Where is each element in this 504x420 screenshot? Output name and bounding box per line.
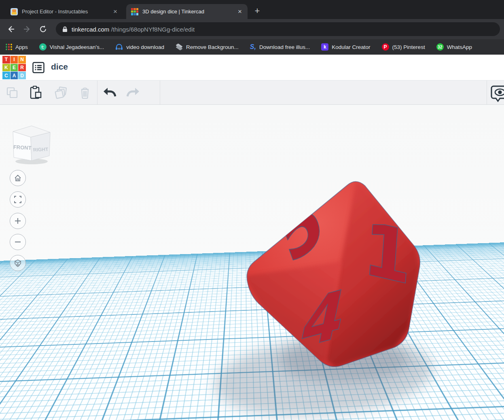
instructables-robot-icon xyxy=(11,8,18,15)
url-path: /things/68opNYf8NGg-dice/edit xyxy=(111,26,195,33)
zoom-in-button[interactable] xyxy=(10,213,26,229)
dice-number-one: 1 xyxy=(360,206,414,301)
comment-eye-icon[interactable] xyxy=(490,85,504,102)
view-cube-front-label: FRONT xyxy=(13,144,32,151)
bookmark-download-illus[interactable]: S, Download free illus... xyxy=(250,43,310,51)
bookmark-label: Download free illus... xyxy=(259,44,310,50)
layers-icon xyxy=(176,44,183,50)
toolbar-divider xyxy=(97,81,97,105)
close-icon[interactable]: × xyxy=(112,8,118,15)
bookmark-label: (53) Pinterest xyxy=(392,44,425,50)
editor-toolbar xyxy=(0,81,504,105)
swirl-s-icon: S, xyxy=(250,43,256,51)
bookmark-label: Remove Backgroun... xyxy=(186,44,239,50)
bookmark-label: video download xyxy=(126,44,164,50)
tab-tinkercad-dice[interactable]: 3D design dice | Tinkercad × xyxy=(126,4,248,19)
bookmark-kodular[interactable]: k Kodular Creator xyxy=(321,43,370,51)
home-view-button[interactable] xyxy=(10,170,26,186)
browser-tab-strip: Project Editor - Instructables × 3D desi… xyxy=(0,0,504,19)
pinterest-icon: P xyxy=(382,43,389,51)
apps-grid-icon xyxy=(6,44,12,50)
tab-title: 3D design dice | Tinkercad xyxy=(142,8,233,15)
copy-button[interactable] xyxy=(5,85,19,100)
bookmark-apps[interactable]: Apps xyxy=(6,44,28,50)
paste-button[interactable] xyxy=(28,85,43,100)
whatsapp-badge-icon: 32 xyxy=(436,43,444,51)
close-icon[interactable]: × xyxy=(237,8,243,15)
toolbar-divider xyxy=(160,81,160,105)
new-tab-button[interactable]: + xyxy=(252,6,263,17)
forward-icon[interactable] xyxy=(20,22,34,36)
headphones-icon xyxy=(115,44,123,50)
bookmark-label: WhatsApp xyxy=(447,44,472,50)
bookmark-label: Kodular Creator xyxy=(332,44,370,50)
bookmark-pinterest[interactable]: P (53) Pinterest xyxy=(382,43,425,51)
tab-title: Project Editor - Instructables xyxy=(22,8,108,15)
browser-address-bar-row: tinkercad.com/things/68opNYf8NGg-dice/ed… xyxy=(0,19,504,39)
perspective-toggle-button[interactable] xyxy=(10,255,26,271)
kodular-k-icon: k xyxy=(321,43,328,51)
bookmark-vishal[interactable]: t: Vishal Jegadeesan's... xyxy=(39,43,104,51)
teachable-circle-icon: t: xyxy=(39,43,47,51)
tinkercad-logo[interactable]: TIN KER CAD xyxy=(2,56,26,79)
bookmark-whatsapp[interactable]: 32 WhatsApp xyxy=(436,43,472,51)
bookmarks-bar: Apps t: Vishal Jegadeesan's... video dow… xyxy=(0,39,504,55)
bookmark-label: Vishal Jegadeesan's... xyxy=(50,44,104,50)
bookmark-label: Apps xyxy=(15,44,28,50)
view-cube[interactable]: FRONT RIGHT xyxy=(7,120,56,165)
address-input[interactable]: tinkercad.com/things/68opNYf8NGg-dice/ed… xyxy=(56,22,500,36)
design-title[interactable]: dice xyxy=(51,62,68,72)
delete-button[interactable] xyxy=(78,85,92,100)
editor-3d-canvas[interactable]: 5 1 4 FRONT RIGHT xyxy=(0,105,504,420)
dice-object[interactable]: 5 1 4 xyxy=(246,174,420,367)
reload-icon[interactable] xyxy=(36,22,50,36)
back-icon[interactable] xyxy=(4,22,18,36)
tab-project-editor[interactable]: Project Editor - Instructables × xyxy=(6,4,123,19)
url-domain: tinkercad.com xyxy=(72,26,109,33)
bookmark-remove-background[interactable]: Remove Backgroun... xyxy=(176,44,239,50)
redo-button[interactable] xyxy=(126,85,141,100)
dice-scene: 5 1 4 xyxy=(0,105,504,420)
lock-icon xyxy=(62,26,68,32)
duplicate-button[interactable] xyxy=(53,85,68,100)
bookmark-video-download[interactable]: video download xyxy=(115,44,164,50)
toolbar-divider xyxy=(487,81,487,105)
view-cube-right-label: RIGHT xyxy=(33,146,49,153)
tinkercad-header: TIN KER CAD dice xyxy=(0,55,504,81)
zoom-out-button[interactable] xyxy=(10,234,26,250)
tinkercad-grid-icon xyxy=(131,8,138,15)
design-menu-icon[interactable] xyxy=(32,62,44,73)
undo-button[interactable] xyxy=(102,85,116,100)
fit-view-button[interactable] xyxy=(10,191,26,208)
